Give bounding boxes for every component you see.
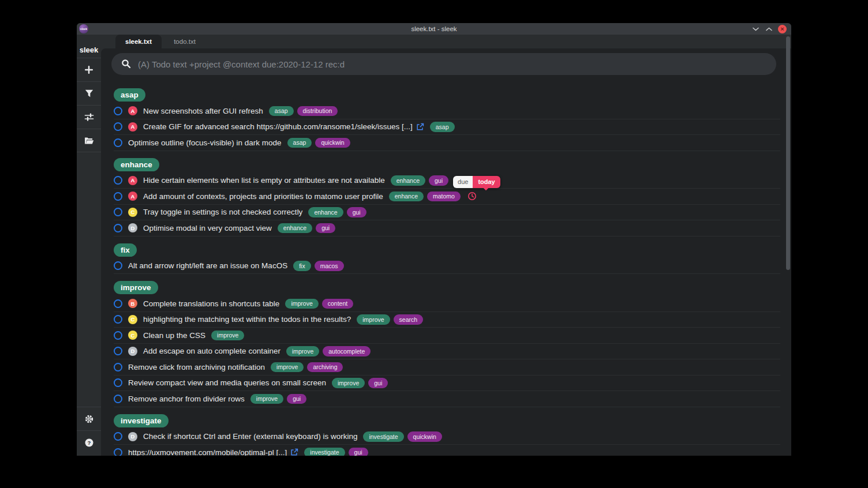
todo-text[interactable]: Clean up the CSS bbox=[143, 331, 205, 340]
project-tag[interactable]: asap bbox=[430, 122, 455, 132]
search-input[interactable] bbox=[111, 53, 776, 75]
context-tag[interactable]: distribution bbox=[297, 106, 338, 117]
todo-text[interactable]: Optimise outline (focus-visible) in dark… bbox=[128, 138, 282, 147]
group-header-enhance[interactable]: enhance bbox=[114, 158, 159, 171]
external-link-icon[interactable] bbox=[416, 123, 424, 131]
context-tag[interactable]: gui bbox=[316, 223, 335, 234]
group-header-fix[interactable]: fix bbox=[114, 243, 137, 257]
search-bar bbox=[111, 53, 776, 75]
context-tag[interactable]: quickwin bbox=[315, 138, 350, 148]
todo-checkbox[interactable] bbox=[114, 448, 122, 456]
group-header-row: improve bbox=[114, 281, 780, 294]
priority-badge: D bbox=[128, 432, 137, 441]
todo-checkbox[interactable] bbox=[114, 261, 122, 270]
group-header-row: investigate bbox=[114, 414, 780, 427]
todo-checkbox[interactable] bbox=[114, 224, 122, 232]
project-tag[interactable]: improve bbox=[286, 346, 319, 356]
todo-checkbox[interactable] bbox=[114, 315, 122, 324]
todo-text[interactable]: Remove anchor from divider rows bbox=[128, 395, 245, 403]
todo-text[interactable]: https://uxmovement.com/mobile/optimal-pl… bbox=[128, 448, 287, 456]
project-tag[interactable]: improve bbox=[271, 362, 304, 373]
project-tag[interactable]: enhance bbox=[389, 192, 424, 202]
vertical-scrollbar[interactable] bbox=[786, 36, 790, 270]
open-file-button[interactable] bbox=[77, 129, 101, 152]
context-tag[interactable]: gui bbox=[368, 378, 388, 388]
todo-row: Review compact view and media queries on… bbox=[114, 376, 780, 392]
context-tag[interactable]: matomo bbox=[427, 192, 461, 202]
due-badge[interactable]: duetoday bbox=[453, 176, 500, 188]
todo-checkbox[interactable] bbox=[114, 107, 122, 115]
chevron-down-icon[interactable] bbox=[751, 25, 760, 33]
project-tag[interactable]: improve bbox=[332, 378, 365, 388]
context-tag[interactable]: gui bbox=[429, 175, 448, 186]
todo-text[interactable]: Optimise modal in very compact view bbox=[143, 224, 272, 232]
group-header-improve[interactable]: improve bbox=[114, 281, 158, 294]
todo-checkbox[interactable] bbox=[114, 378, 122, 387]
todo-checkbox[interactable] bbox=[114, 299, 122, 308]
context-tag[interactable]: gui bbox=[347, 207, 366, 217]
todo-text[interactable]: Add escape on auto complete container bbox=[143, 347, 280, 355]
todo-text[interactable]: Hide certain elements when list is empty… bbox=[143, 176, 385, 185]
tab-sleek-txt[interactable]: sleek.txt bbox=[115, 35, 162, 48]
todo-text[interactable]: Complete translations in shortcuts table bbox=[143, 299, 279, 308]
project-tag[interactable]: investigate bbox=[304, 448, 345, 456]
todo-text[interactable]: New screenshots after GUI refresh bbox=[143, 107, 263, 115]
todo-checkbox[interactable] bbox=[114, 347, 122, 355]
todo-checkbox[interactable] bbox=[114, 138, 122, 147]
close-icon[interactable]: × bbox=[778, 25, 787, 33]
project-tag[interactable]: enhance bbox=[278, 223, 312, 234]
project-tag[interactable]: improve bbox=[250, 394, 283, 404]
view-settings-button[interactable] bbox=[77, 105, 101, 129]
external-link-icon[interactable] bbox=[290, 448, 298, 456]
todo-text[interactable]: Alt and arrow right/left are an issue on… bbox=[128, 261, 287, 270]
chevron-up-icon[interactable] bbox=[765, 25, 773, 33]
todo-checkbox[interactable] bbox=[114, 432, 122, 441]
project-tag[interactable]: improve bbox=[285, 299, 318, 309]
gear-icon bbox=[84, 414, 94, 424]
todo-text[interactable]: Remove click from archiving notification bbox=[128, 363, 265, 371]
group-header-investigate[interactable]: investigate bbox=[114, 414, 169, 427]
context-tag[interactable]: autocomplete bbox=[323, 346, 371, 356]
tab-todo-txt[interactable]: todo.txt bbox=[162, 35, 208, 48]
project-tag[interactable]: enhance bbox=[391, 175, 425, 186]
todo-text[interactable]: Review compact view and media queries on… bbox=[128, 378, 326, 387]
project-tag[interactable]: asap bbox=[269, 106, 294, 117]
filter-button[interactable] bbox=[77, 81, 101, 105]
todo-text[interactable]: Add amount of contexts, projects and pri… bbox=[143, 192, 383, 201]
todo-text[interactable]: Check if shortcut Ctrl and Enter (extern… bbox=[143, 432, 357, 441]
todo-text[interactable]: Create GIF for advanced search https://g… bbox=[143, 122, 413, 131]
priority-badge: D bbox=[128, 223, 137, 232]
project-tag[interactable]: improve bbox=[211, 331, 244, 341]
project-tag[interactable]: improve bbox=[357, 314, 390, 325]
context-tag[interactable]: gui bbox=[349, 448, 368, 456]
project-tag[interactable]: asap bbox=[287, 138, 312, 148]
todo-checkbox[interactable] bbox=[114, 208, 122, 216]
todo-row: CTray toggle in settings is not checked … bbox=[114, 205, 780, 221]
context-tag[interactable]: content bbox=[322, 299, 353, 309]
todo-text[interactable]: highlighting the matching text within th… bbox=[143, 315, 351, 324]
project-tag[interactable]: fix bbox=[293, 261, 311, 271]
help-button[interactable]: ? bbox=[77, 430, 101, 454]
todo-checkbox[interactable] bbox=[114, 331, 122, 340]
context-tag[interactable]: macos bbox=[315, 261, 344, 271]
priority-badge: A bbox=[128, 176, 137, 185]
context-tag[interactable]: quickwin bbox=[407, 431, 442, 442]
context-tag[interactable]: gui bbox=[287, 394, 306, 404]
todo-checkbox[interactable] bbox=[114, 122, 122, 131]
project-tag[interactable]: investigate bbox=[363, 431, 403, 442]
todo-checkbox[interactable] bbox=[114, 176, 122, 185]
todo-checkbox[interactable] bbox=[114, 363, 122, 371]
sidebar: sleek ? bbox=[77, 35, 101, 456]
group-header-asap[interactable]: asap bbox=[114, 88, 145, 102]
todo-text[interactable]: Tray toggle in settings is not checked c… bbox=[143, 208, 302, 216]
todo-checkbox[interactable] bbox=[114, 192, 122, 201]
settings-button[interactable] bbox=[77, 407, 101, 430]
due-clock-icon bbox=[467, 192, 477, 201]
context-tag[interactable]: archiving bbox=[307, 362, 343, 373]
add-todo-button[interactable] bbox=[77, 58, 101, 81]
todo-row: AHide certain elements when list is empt… bbox=[114, 173, 780, 189]
todo-checkbox[interactable] bbox=[114, 395, 122, 403]
todo-row: AAdd amount of contexts, projects and pr… bbox=[114, 189, 780, 205]
project-tag[interactable]: enhance bbox=[308, 207, 343, 217]
context-tag[interactable]: search bbox=[394, 314, 424, 325]
